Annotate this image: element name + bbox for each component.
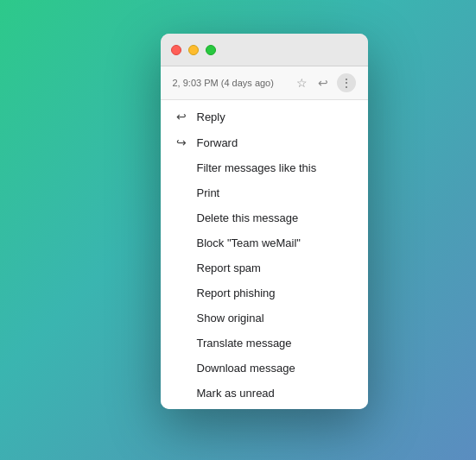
menu-item-reply[interactable]: ↩Reply: [161, 104, 368, 129]
menu-item-delete[interactable]: Delete this message: [161, 205, 368, 230]
menu-item-unread[interactable]: Mark as unread: [161, 381, 368, 406]
menu-item-print[interactable]: Print: [161, 180, 368, 205]
menu-label-delete: Delete this message: [197, 211, 299, 224]
toolbar-text: 2, 9:03 PM (4 days ago): [173, 78, 288, 88]
more-options-icon[interactable]: ⋮: [337, 73, 356, 92]
menu-item-block[interactable]: Block "Team weMail": [161, 230, 368, 255]
forward-icon: ↪: [175, 135, 188, 149]
menu-label-original: Show original: [197, 312, 264, 325]
menu-item-phishing[interactable]: Report phishing: [161, 280, 368, 306]
menu-label-download: Download message: [197, 362, 295, 375]
context-menu: ↩Reply↪ForwardFilter messages like thisP…: [161, 100, 368, 409]
menu-label-filter: Filter messages like this: [197, 161, 317, 174]
menu-label-forward: Forward: [197, 136, 238, 149]
maximize-button[interactable]: [206, 45, 216, 55]
menu-item-filter[interactable]: Filter messages like this: [161, 155, 368, 180]
minimize-button[interactable]: [188, 45, 199, 55]
menu-item-spam[interactable]: Report spam: [161, 255, 368, 280]
menu-label-print: Print: [197, 186, 220, 199]
titlebar: [161, 34, 368, 66]
menu-label-phishing: Report phishing: [197, 287, 276, 299]
menu-label-reply: Reply: [197, 110, 225, 123]
menu-item-download[interactable]: Download message: [161, 356, 368, 381]
menu-label-block: Block "Team weMail": [197, 236, 301, 249]
menu-item-forward[interactable]: ↪Forward: [161, 129, 368, 155]
app-window: 2, 9:03 PM (4 days ago) ☆ ↩ ⋮ ↩Reply↪For…: [161, 34, 368, 409]
menu-item-translate[interactable]: Translate message: [161, 331, 368, 356]
reply-icon[interactable]: ↩: [316, 74, 330, 91]
reply-icon: ↩: [175, 110, 188, 123]
toolbar-icons: ☆ ↩ ⋮: [295, 73, 356, 92]
close-button[interactable]: [171, 45, 181, 55]
menu-label-unread: Mark as unread: [197, 387, 275, 400]
menu-label-spam: Report spam: [197, 262, 261, 274]
menu-item-original[interactable]: Show original: [161, 306, 368, 331]
menu-label-translate: Translate message: [197, 337, 292, 350]
toolbar: 2, 9:03 PM (4 days ago) ☆ ↩ ⋮: [161, 66, 368, 100]
star-icon[interactable]: ☆: [295, 74, 309, 91]
